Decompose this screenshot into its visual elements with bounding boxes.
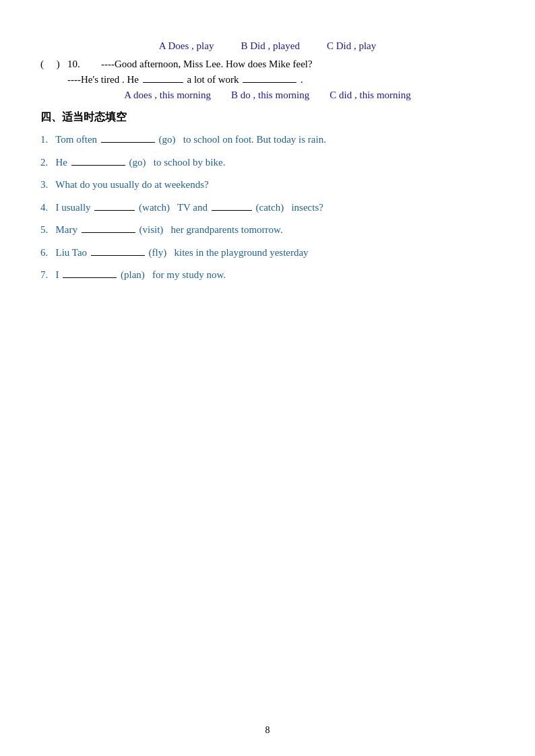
fill-q3-text: What do you usually do at weekends?: [55, 179, 208, 190]
fill-q6-number: 6.: [40, 247, 48, 258]
fill-q1-number: 1.: [40, 134, 48, 145]
fill-q4-after: insects?: [291, 202, 323, 213]
options-row-1: A Does , play B Did , played C Did , pla…: [40, 40, 495, 52]
q10-answer-mid: a lot of work: [187, 74, 239, 85]
fill-q4-blank1: [94, 210, 135, 211]
fill-q6-blank: [91, 255, 145, 256]
option-a-1: A Does , play: [159, 40, 214, 52]
q10-paren-number: ( ) 10.: [40, 59, 101, 70]
fill-q5-after: her grandparents tomorrow.: [171, 224, 283, 235]
q10-number: 10.: [67, 59, 80, 69]
fill-q5-blank: [82, 232, 135, 233]
options-row-2: A does , this morning B do , this mornin…: [40, 90, 495, 101]
fill-q4-hint1: (watch): [139, 202, 170, 213]
fill-q2-number: 2.: [40, 157, 48, 168]
fill-q5-hint: (visit): [139, 224, 164, 235]
fill-q4-hint2: (catch): [256, 202, 284, 213]
fill-q7: 7. I (plan) for my study now.: [40, 267, 495, 284]
fill-q4-number: 4.: [40, 202, 48, 213]
q10-blank1: [143, 82, 183, 83]
fill-q3-number: 3.: [40, 179, 48, 190]
q10-paren-close: ): [57, 59, 60, 69]
option-b-2: B do , this morning: [231, 90, 309, 101]
fill-q5-before: Mary: [56, 224, 78, 235]
page-number: 8: [265, 725, 270, 736]
fill-q6-hint: (fly): [149, 247, 167, 258]
q10-paren-open: (: [40, 59, 44, 69]
option-c-1: C Did , play: [327, 40, 376, 52]
fill-q5: 5. Mary (visit) her grandparents tomorro…: [40, 221, 495, 239]
fill-q4-before: I usually: [56, 202, 91, 213]
q10-answer-prefix: ----He's tired . He: [67, 74, 139, 85]
fill-q7-after: for my study now.: [152, 269, 226, 280]
fill-q2-hint: (go): [129, 157, 146, 168]
page: A Does , play B Did , played C Did , pla…: [0, 0, 535, 756]
fill-q3: 3. What do you usually do at weekends?: [40, 176, 495, 194]
fill-q4: 4. I usually (watch) TV and (catch) inse…: [40, 199, 495, 217]
option-a-2: A does , this morning: [124, 90, 211, 101]
q10-text: ----Good afternoon, Miss Lee. How does M…: [101, 59, 495, 70]
fill-q6: 6. Liu Tao (fly) kites in the playground…: [40, 244, 495, 262]
section4-title: 四、适当时态填空: [40, 110, 495, 125]
option-b-1: B Did , played: [241, 40, 300, 52]
fill-q7-number: 7.: [40, 269, 48, 280]
question-10-row: ( ) 10. ----Good afternoon, Miss Lee. Ho…: [40, 59, 495, 70]
fill-q7-blank: [63, 277, 117, 278]
option-c-2: C did , this morning: [329, 90, 410, 101]
fill-q7-hint: (plan): [121, 269, 145, 280]
fill-q4-blank2: [212, 210, 252, 211]
fill-q1-hint: (go): [159, 134, 176, 145]
fill-q1: 1. Tom often (go) to school on foot. But…: [40, 131, 495, 149]
fill-q6-before: Liu Tao: [56, 247, 88, 258]
fill-q2-after: to school by bike.: [154, 157, 226, 168]
fill-q2-before: He: [56, 157, 68, 168]
fill-q1-after: to school on foot. But today is rain.: [183, 134, 326, 145]
fill-q2: 2. He (go) to school by bike.: [40, 154, 495, 172]
q10-answer-suffix: .: [301, 74, 303, 85]
fill-q1-before: Tom often: [55, 134, 97, 145]
q10-blank2: [243, 82, 296, 83]
q10-answer-line: ----He's tired . He a lot of work .: [40, 74, 495, 85]
fill-q6-after: kites in the playground yesterday: [175, 247, 309, 258]
fill-q1-blank: [101, 142, 155, 143]
fill-q4-mid: TV and: [177, 202, 208, 213]
fill-q7-before: I: [56, 269, 59, 280]
fill-q5-number: 5.: [40, 224, 48, 235]
fill-q2-blank: [71, 165, 125, 166]
